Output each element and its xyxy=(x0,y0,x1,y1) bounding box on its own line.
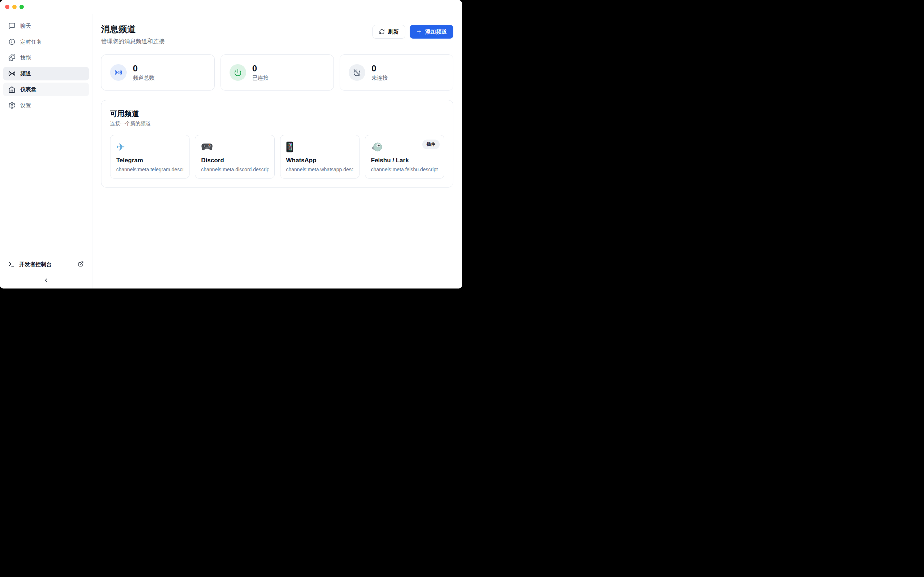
page-header-text: 消息频道 管理您的消息频道和连接 xyxy=(101,23,165,45)
sidebar-item-chat[interactable]: 聊天 xyxy=(3,19,89,33)
stat-text: 0 频道总数 xyxy=(133,63,155,82)
radio-icon xyxy=(8,70,16,77)
sidebar-item-dashboard[interactable]: 仪表盘 xyxy=(3,82,89,96)
page-title: 消息频道 xyxy=(101,23,165,35)
stat-card-total-channels: 0 频道总数 xyxy=(101,55,215,90)
close-window-button[interactable] xyxy=(5,5,10,9)
gamepad-emoji xyxy=(201,141,268,153)
external-link-icon xyxy=(78,261,84,268)
gear-icon xyxy=(8,102,16,109)
available-channels-title: 可用频道 xyxy=(110,109,444,119)
power-icon xyxy=(229,64,246,81)
available-channels-subtitle: 连接一个新的频道 xyxy=(110,121,444,127)
developer-console-link[interactable]: 开发者控制台 xyxy=(3,258,89,271)
mobile-phone-emoji xyxy=(286,141,353,153)
add-channel-button[interactable]: 添加频道 xyxy=(410,25,453,39)
stats-row: 0 频道总数 0 已连接 xyxy=(101,55,453,90)
channel-description: channels:meta.feishu.description xyxy=(371,167,438,172)
main-content: 消息频道 管理您的消息频道和连接 刷新 添加频道 xyxy=(92,14,462,288)
channel-description: channels:meta.telegram.description xyxy=(116,167,183,172)
sidebar-item-label: 频道 xyxy=(20,70,31,77)
refresh-icon xyxy=(379,29,385,35)
channel-name: Telegram xyxy=(116,157,183,164)
plugin-badge: 插件 xyxy=(422,140,439,149)
sidebar-nav: 聊天 定时任务 技能 频道 仪表盘 xyxy=(0,14,92,114)
stat-label: 未连接 xyxy=(372,75,388,82)
channel-name: Discord xyxy=(201,157,268,164)
stat-label: 已连接 xyxy=(252,75,268,82)
add-channel-button-label: 添加频道 xyxy=(425,29,447,35)
stat-text: 0 已连接 xyxy=(252,63,268,82)
chat-bubble-icon xyxy=(8,23,16,29)
sidebar-item-label: 设置 xyxy=(20,102,31,109)
sidebar: 聊天 定时任务 技能 频道 仪表盘 xyxy=(0,14,92,288)
radio-icon xyxy=(110,64,127,81)
sidebar-spacer xyxy=(0,114,92,258)
stat-card-connected: 0 已连接 xyxy=(221,55,334,90)
channel-name: Feishu / Lark xyxy=(371,157,438,164)
page-header: 消息频道 管理您的消息频道和连接 刷新 添加频道 xyxy=(101,14,453,45)
page-subtitle: 管理您的消息频道和连接 xyxy=(101,38,165,45)
minimize-window-button[interactable] xyxy=(12,5,16,9)
clock-icon xyxy=(8,38,16,45)
stat-text: 0 未连接 xyxy=(372,63,388,82)
stat-card-disconnected: 0 未连接 xyxy=(340,55,453,90)
available-channels-panel: 可用频道 连接一个新的频道 ✈ Telegram channels:meta.t… xyxy=(101,100,453,187)
sidebar-item-skills[interactable]: 技能 xyxy=(3,51,89,64)
terminal-icon xyxy=(8,261,15,268)
channel-card-feishu[interactable]: 插件 Feishu / Lark c xyxy=(365,135,444,179)
sidebar-item-label: 技能 xyxy=(20,55,31,61)
sidebar-item-channels[interactable]: 频道 xyxy=(3,67,89,81)
refresh-button-label: 刷新 xyxy=(388,29,399,35)
app-body: 聊天 定时任务 技能 频道 仪表盘 xyxy=(0,14,462,288)
sidebar-item-settings[interactable]: 设置 xyxy=(3,98,89,112)
header-actions: 刷新 添加频道 xyxy=(373,23,453,39)
home-icon xyxy=(8,86,16,93)
channel-description: channels:meta.whatsapp.description xyxy=(286,167,353,172)
traffic-lights xyxy=(5,5,24,9)
sidebar-collapse-button[interactable] xyxy=(0,271,92,288)
airplane-emoji: ✈ xyxy=(116,141,183,153)
channel-card-telegram[interactable]: ✈ Telegram channels:meta.telegram.descri… xyxy=(110,135,189,179)
channel-grid: ✈ Telegram channels:meta.telegram.descri… xyxy=(110,135,444,179)
chevron-left-icon xyxy=(43,277,50,284)
refresh-button[interactable]: 刷新 xyxy=(373,25,405,39)
developer-console-label: 开发者控制台 xyxy=(19,261,52,268)
channel-card-whatsapp[interactable]: WhatsApp channels:meta.whatsapp.descript… xyxy=(280,135,360,179)
power-off-icon xyxy=(349,64,365,81)
channel-description: channels:meta.discord.description xyxy=(201,167,268,172)
puzzle-icon xyxy=(8,54,16,61)
sidebar-item-label: 仪表盘 xyxy=(20,86,36,93)
sidebar-item-scheduled-tasks[interactable]: 定时任务 xyxy=(3,35,89,49)
stat-value: 0 xyxy=(372,63,388,74)
sidebar-item-label: 定时任务 xyxy=(20,39,42,45)
channel-card-discord[interactable]: Discord channels:meta.discord.descriptio… xyxy=(195,135,274,179)
stat-value: 0 xyxy=(252,63,268,74)
stat-value: 0 xyxy=(133,63,155,74)
stat-label: 频道总数 xyxy=(133,75,155,82)
titlebar xyxy=(0,0,462,14)
app-window: 聊天 定时任务 技能 频道 仪表盘 xyxy=(0,0,462,288)
sidebar-item-label: 聊天 xyxy=(20,23,31,29)
channel-name: WhatsApp xyxy=(286,157,353,164)
plus-icon xyxy=(416,29,422,35)
zoom-window-button[interactable] xyxy=(19,5,24,9)
